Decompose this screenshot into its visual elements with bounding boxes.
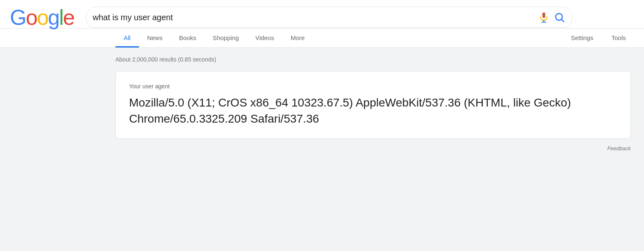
card-label: Your user agent (129, 83, 617, 90)
main-content: About 2,000,000 results (0.85 seconds) Y… (0, 48, 644, 213)
tab-all[interactable]: All (115, 28, 139, 47)
search-button[interactable] (554, 12, 565, 23)
tab-news[interactable]: News (139, 28, 171, 47)
tab-videos[interactable]: Videos (247, 28, 282, 47)
search-input[interactable] (93, 13, 534, 22)
results-info: About 2,000,000 results (0.85 seconds) (115, 56, 644, 63)
tab-shopping[interactable]: Shopping (204, 28, 247, 47)
nav-row: All News Books Shopping Videos More Sett… (0, 28, 644, 48)
search-bar-wrapper (86, 7, 572, 28)
nav-right: Settings Tools (563, 28, 644, 47)
header: Google (0, 0, 644, 28)
tab-settings[interactable]: Settings (563, 28, 602, 47)
logo-letter-o2: o (37, 5, 48, 29)
svg-line-5 (562, 19, 564, 21)
logo-letter-o1: o (26, 5, 37, 29)
google-logo[interactable]: Google (10, 7, 74, 28)
tab-tools[interactable]: Tools (603, 28, 634, 47)
logo-letter-e: e (63, 5, 74, 29)
svg-rect-3 (543, 14, 545, 17)
logo-letter-g: G (10, 5, 26, 29)
logo-letter-l: l (59, 5, 63, 29)
nav-tabs: All News Books Shopping Videos More (115, 28, 563, 47)
logo-letter-g2: g (48, 5, 59, 29)
card-value: Mozilla/5.0 (X11; CrOS x86_64 10323.67.5… (129, 95, 617, 127)
tab-more[interactable]: More (282, 28, 313, 47)
tab-books[interactable]: Books (171, 28, 204, 47)
feedback-link[interactable]: Feedback (607, 145, 631, 152)
feedback-row: Feedback (115, 145, 631, 152)
search-bar (86, 7, 572, 28)
result-card: Your user agent Mozilla/5.0 (X11; CrOS x… (115, 71, 631, 139)
mic-icon[interactable] (538, 12, 550, 23)
